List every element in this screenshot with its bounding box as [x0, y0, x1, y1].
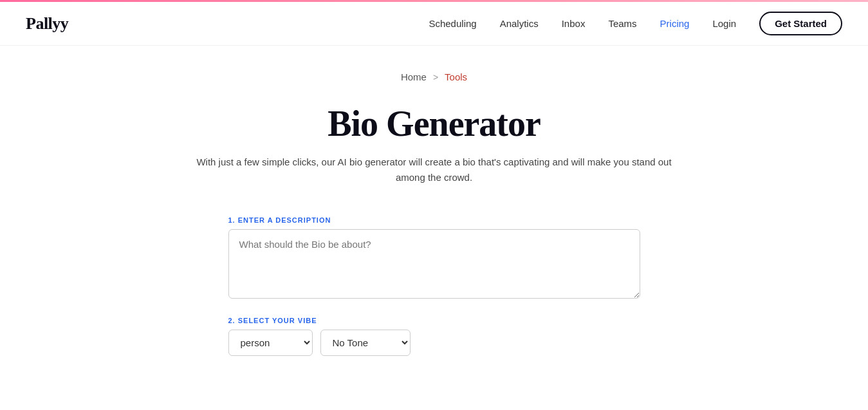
bio-form: 1. Enter a Description 2. Select Your Vi… — [228, 216, 640, 356]
site-logo[interactable]: Pallyy — [26, 14, 68, 33]
nav-item-inbox[interactable]: Inbox — [562, 18, 586, 29]
main-nav: Scheduling Analytics Inbox Teams Pricing… — [429, 12, 842, 35]
breadcrumb-separator: > — [433, 72, 438, 82]
breadcrumb-home[interactable]: Home — [401, 71, 427, 82]
page-subtitle: With just a few simple clicks, our AI bi… — [183, 154, 685, 185]
description-textarea[interactable] — [228, 229, 640, 299]
nav-item-scheduling[interactable]: Scheduling — [429, 18, 476, 29]
nav-item-pricing[interactable]: Pricing — [660, 18, 690, 29]
get-started-button[interactable]: Get Started — [759, 12, 842, 35]
nav-item-teams[interactable]: Teams — [608, 18, 636, 29]
breadcrumb: Home > Tools — [401, 71, 467, 82]
site-header: Pallyy Scheduling Analytics Inbox Teams … — [0, 2, 868, 46]
selects-row: person brand influencer professional No … — [228, 330, 640, 356]
breadcrumb-current: Tools — [445, 71, 467, 82]
vibe-label: 2. Select Your Vibe — [228, 317, 640, 324]
vibe-select[interactable]: person brand influencer professional — [228, 330, 313, 356]
nav-item-login[interactable]: Login — [712, 18, 736, 29]
tone-select[interactable]: No Tone Professional Casual Funny Inspir… — [320, 330, 411, 356]
description-label: 1. Enter a Description — [228, 216, 640, 224]
nav-item-analytics[interactable]: Analytics — [500, 18, 539, 29]
main-content: Home > Tools Bio Generator With just a f… — [0, 46, 868, 395]
page-title: Bio Generator — [328, 103, 540, 144]
